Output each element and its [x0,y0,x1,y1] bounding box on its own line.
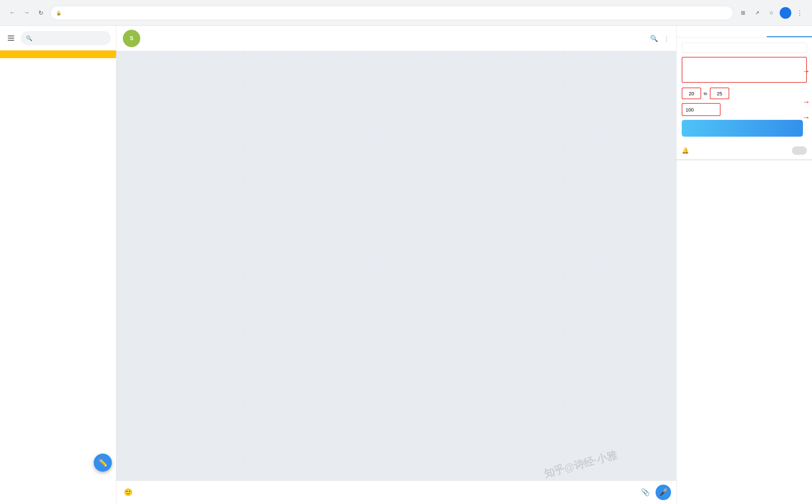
arrow-usernames: → [802,67,810,76]
interval-row: to [682,88,807,99]
reconnect-banner [0,50,116,58]
hamburger-menu[interactable] [5,32,17,44]
emoji-button[interactable]: 🙂 [121,486,134,499]
bell-icon: 🔔 [682,147,689,154]
search-input[interactable] [35,36,106,41]
browser-controls: ← → ↻ [6,7,47,19]
tab-scraper[interactable] [677,26,722,37]
interval-section: to → [682,88,807,99]
invite-content: → to → → [677,37,812,142]
chat-header: S 🔍 ⋮ [116,26,676,51]
browser-actions: ⊞ ↗ ☆ ⋮ [737,7,806,19]
chat-header-avatar: S [123,30,140,47]
usernames-textarea[interactable] [682,57,807,83]
notifications-row: 🔔 [677,142,812,160]
how-to-box [682,43,807,53]
edit-fab[interactable]: ✏️ [94,454,112,472]
search-icon: 🔍 [26,35,32,41]
app-container: 🔍 S 🔍 ⋮ [0,26,812,504]
svg-rect-0 [8,36,14,37]
message-input-area: 🙂 📎 🎤 [116,480,676,504]
search-box[interactable]: 🔍 [21,31,111,45]
notifications-label: 🔔 [682,147,692,154]
interval-to-input[interactable] [710,88,729,99]
reload-button[interactable]: ↻ [35,7,47,19]
menu-button[interactable]: ⋮ [794,7,806,19]
chat-header-actions: 🔍 ⋮ [650,35,670,42]
annotation-invites [800,115,804,116]
message-input[interactable] [138,485,635,499]
start-section [682,120,807,137]
chat-area: S 🔍 ⋮ 🙂 📎 🎤 [116,26,676,504]
back-button[interactable]: ← [6,7,18,19]
annotation-usernames [800,68,804,70]
notifications-toggle[interactable] [792,146,807,155]
annotation-interval [800,99,804,100]
invites-input[interactable] [682,103,721,116]
interval-from-input[interactable] [682,88,701,99]
attach-button[interactable]: 📎 [639,486,652,499]
start-inviting-button[interactable] [682,120,803,137]
members-list [677,160,812,504]
tab-invite[interactable] [767,26,812,37]
messages-container [116,51,676,480]
profile-avatar[interactable] [780,7,791,19]
invites-section: → [682,103,807,116]
right-panel: → to → → [676,26,812,504]
contacts-header [0,498,116,504]
more-options-icon[interactable]: ⋮ [663,35,670,42]
chat-list [0,58,116,498]
svg-rect-2 [8,40,14,41]
browser-chrome: ← → ↻ 🔒 ⊞ ↗ ☆ ⋮ [0,0,812,26]
sidebar: 🔍 [0,26,116,504]
usernames-section: → [682,57,807,84]
forward-button[interactable]: → [21,7,32,19]
sidebar-header: 🔍 [0,26,116,50]
search-chat-icon[interactable]: 🔍 [650,35,658,42]
extensions-button[interactable]: ⊞ [737,7,749,19]
address-bar[interactable]: 🔒 [50,6,733,20]
bookmark-button[interactable]: ☆ [765,7,777,19]
svg-rect-1 [8,38,14,39]
mic-button[interactable]: 🎤 [656,485,671,500]
panel-tabs [677,26,812,37]
share-button[interactable]: ↗ [751,7,763,19]
tab-message[interactable] [722,26,767,37]
